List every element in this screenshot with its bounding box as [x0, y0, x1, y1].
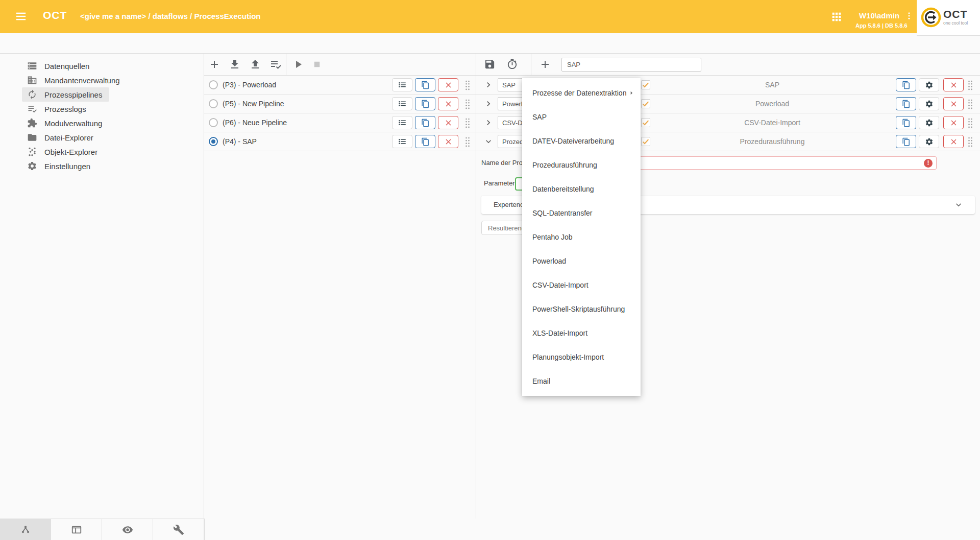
chevron-right-icon[interactable]: [483, 80, 494, 90]
breadcrumb[interactable]: <give me a name> / dataflows / ProcessEx…: [80, 12, 260, 20]
stop-pipeline-button[interactable]: [312, 60, 322, 69]
drag-handle-icon[interactable]: [967, 98, 973, 110]
export-icon[interactable]: [249, 58, 261, 71]
pipeline-copy-button[interactable]: [415, 116, 435, 129]
drag-handle-icon[interactable]: [967, 79, 973, 91]
user-name[interactable]: W10\admin: [859, 11, 899, 20]
tab-layout[interactable]: [51, 519, 102, 540]
pipeline-radio-selected[interactable]: [209, 137, 218, 146]
sidebar-bottom-tabs: [0, 519, 205, 540]
process-enabled-checkbox[interactable]: [641, 80, 650, 89]
process-copy-button[interactable]: [896, 135, 916, 148]
schedule-timer-icon[interactable]: [506, 58, 518, 70]
drag-handle-icon[interactable]: [967, 117, 973, 129]
layout-window-icon: [71, 524, 82, 535]
pipeline-label: (P3) - Powerload: [223, 81, 276, 89]
menu-item-prozedurausfuehrung[interactable]: Prozedurausführung: [522, 153, 641, 177]
pipeline-delete-button[interactable]: [438, 97, 458, 110]
pipeline-radio[interactable]: [209, 118, 218, 127]
menu-item-email[interactable]: Email: [522, 369, 641, 393]
pipeline-radio[interactable]: [209, 99, 218, 108]
chevron-right-icon[interactable]: [483, 99, 494, 109]
process-settings-button[interactable]: [919, 97, 939, 110]
puzzle-icon: [27, 118, 37, 128]
sidebar-item-prozesslogs[interactable]: Prozesslogs: [0, 102, 204, 116]
sidebar-item-datenquellen[interactable]: Datenquellen: [0, 59, 204, 73]
tab-preview[interactable]: [102, 519, 153, 540]
process-delete-button[interactable]: [943, 97, 964, 110]
menu-item-csv-datei-import[interactable]: CSV-Datei-Import: [522, 273, 641, 297]
pipeline-log-button[interactable]: [392, 97, 412, 110]
pipeline-copy-button[interactable]: [415, 78, 435, 91]
process-filter-input[interactable]: [561, 58, 701, 72]
drag-handle-icon[interactable]: [464, 98, 471, 110]
version-label: App 5.8.6 | DB 5.8.6: [855, 22, 908, 29]
menu-item-sap[interactable]: SAP: [522, 105, 641, 129]
kebab-menu-icon[interactable]: [904, 11, 914, 20]
process-settings-button[interactable]: [919, 116, 939, 129]
sidebar-item-objekt-explorer[interactable]: Objekt-Explorer: [0, 145, 204, 159]
menu-item-prozesse-der-datenextraktion[interactable]: Prozesse der Datenextraktion: [522, 81, 641, 105]
sync-icon: [27, 89, 37, 100]
process-settings-button[interactable]: [919, 135, 939, 148]
playlist-check-icon: [27, 104, 37, 114]
eye-icon: [122, 524, 133, 535]
app-title: OCT: [43, 9, 67, 21]
process-delete-button[interactable]: [943, 116, 964, 129]
logo-tagline: one cool tool: [943, 20, 968, 26]
process-copy-button[interactable]: [896, 78, 916, 91]
menu-item-powerload[interactable]: Powerload: [522, 249, 641, 273]
hamburger-menu-icon[interactable]: [14, 11, 28, 22]
pipeline-row: (P3) - Powerload: [204, 76, 476, 95]
add-pipeline-button[interactable]: [208, 58, 220, 71]
menu-item-sql-datentransfer[interactable]: SQL-Datentransfer: [522, 201, 641, 225]
pipeline-log-button[interactable]: [392, 116, 412, 129]
sidebar-item-einstellungen[interactable]: Einstellungen: [0, 159, 204, 173]
drag-handle-icon[interactable]: [464, 79, 471, 91]
drag-handle-icon[interactable]: [464, 117, 471, 129]
drag-handle-icon[interactable]: [464, 136, 471, 148]
pipeline-log-button[interactable]: [392, 135, 412, 148]
tab-tools[interactable]: [153, 519, 204, 540]
pipeline-delete-button[interactable]: [438, 116, 458, 129]
tab-hierarchy[interactable]: [0, 519, 51, 540]
process-type-menu: Prozesse der Datenextraktion SAP DATEV-D…: [522, 78, 641, 396]
sidebar-item-label: Modulverwaltung: [44, 119, 102, 128]
pipeline-row-selected: (P4) - SAP: [204, 132, 476, 151]
process-copy-button[interactable]: [896, 97, 916, 110]
sidebar-item-prozesspipelines[interactable]: Prozesspipelines: [0, 87, 204, 102]
menu-item-powershell-skriptausfuehrung[interactable]: PowerShell-Skriptausführung: [522, 297, 641, 321]
process-delete-button[interactable]: [943, 78, 964, 91]
menu-item-datev-dateiverarbeitung[interactable]: DATEV-Dateiverarbeitung: [522, 129, 641, 153]
process-enabled-checkbox[interactable]: [641, 118, 650, 127]
menu-item-pentaho-job[interactable]: Pentaho Job: [522, 225, 641, 249]
import-icon[interactable]: [229, 58, 241, 71]
pipeline-label: (P4) - SAP: [223, 137, 257, 146]
menu-item-xls-datei-import[interactable]: XLS-Datei-Import: [522, 321, 641, 345]
sidebar-item-modulverwaltung[interactable]: Modulverwaltung: [0, 116, 204, 130]
process-type-label: Powerload: [655, 100, 890, 108]
sidebar-item-mandantenverwaltung[interactable]: Mandantenverwaltung: [0, 73, 204, 87]
playlist-check-icon[interactable]: [270, 58, 282, 71]
process-settings-button[interactable]: [919, 78, 939, 91]
process-delete-button[interactable]: [943, 135, 964, 148]
pipeline-log-button[interactable]: [392, 78, 412, 91]
menu-item-planungsobjekt-import[interactable]: Planungsobjekt-Import: [522, 345, 641, 369]
process-enabled-checkbox[interactable]: [641, 99, 650, 108]
chevron-down-icon[interactable]: [483, 136, 494, 147]
pipeline-copy-button[interactable]: [415, 97, 435, 110]
chevron-right-icon[interactable]: [483, 118, 494, 128]
process-copy-button[interactable]: [896, 116, 916, 129]
menu-item-datenbereitstellung[interactable]: Datenbereitstellung: [522, 177, 641, 201]
pipeline-radio[interactable]: [209, 80, 218, 89]
drag-handle-icon[interactable]: [967, 136, 973, 148]
pipeline-delete-button[interactable]: [438, 78, 458, 91]
run-pipeline-button[interactable]: [292, 58, 304, 71]
process-enabled-checkbox[interactable]: [641, 137, 650, 146]
save-button[interactable]: [484, 58, 496, 70]
apps-grid-icon[interactable]: [831, 12, 842, 22]
sidebar-item-datei-explorer[interactable]: Datei-Explorer: [0, 130, 204, 145]
pipeline-copy-button[interactable]: [415, 135, 435, 148]
add-process-button[interactable]: [539, 58, 551, 71]
pipeline-delete-button[interactable]: [438, 135, 458, 148]
